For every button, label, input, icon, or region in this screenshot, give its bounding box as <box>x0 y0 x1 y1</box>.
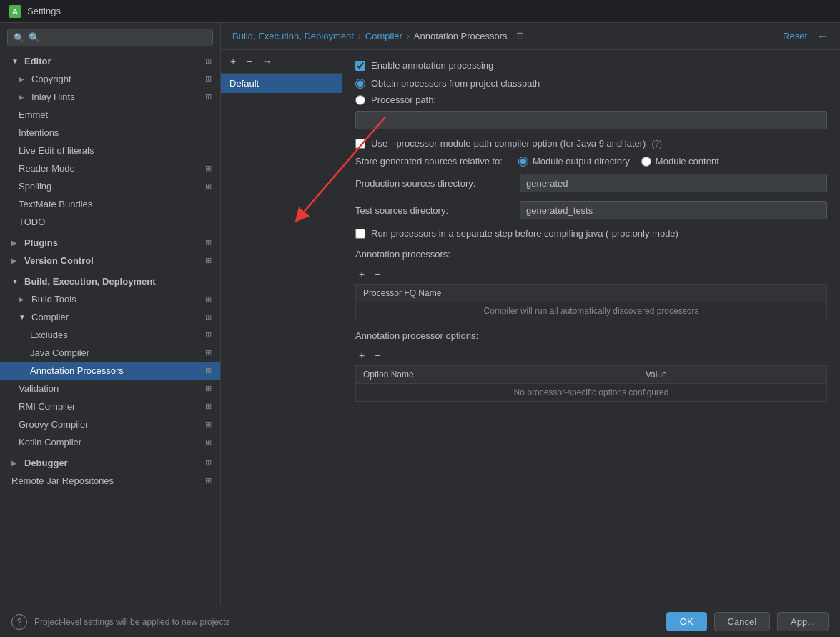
gear-icon-rmi-compiler: ⊞ <box>203 402 213 412</box>
sidebar-item-spelling[interactable]: Spelling ⊞ <box>0 177 220 195</box>
gear-icon-vc: ⊞ <box>203 256 213 266</box>
profile-toolbar: + − → <box>221 50 342 74</box>
reset-button[interactable]: Reset <box>783 31 807 41</box>
sidebar-section-plugins-label: Plugins <box>24 237 58 248</box>
test-sources-input[interactable] <box>520 201 827 219</box>
sidebar-item-label-build-tools: Build Tools <box>31 294 76 305</box>
ok-button[interactable]: OK <box>666 612 707 631</box>
annotation-processors-table: Processor FQ Name Compiler will run all … <box>355 284 827 320</box>
add-processor-button[interactable]: + <box>355 267 368 281</box>
sidebar-section-debugger[interactable]: ▶ Debugger ⊞ <box>0 454 220 472</box>
test-sources-group: Test sources directory: <box>355 201 827 219</box>
cancel-button[interactable]: Cancel <box>714 612 770 631</box>
search-box[interactable]: 🔍 <box>7 29 213 46</box>
sidebar-item-label-kotlin-compiler: Kotlin Compiler <box>19 437 81 448</box>
sidebar-item-reader-mode[interactable]: Reader Mode ⊞ <box>0 159 220 177</box>
search-input[interactable] <box>29 32 207 43</box>
help-icon-module-path: (?) <box>651 139 662 149</box>
expand-arrow-copyright: ▶ <box>19 75 27 83</box>
remove-processor-button[interactable]: − <box>371 267 384 281</box>
sidebar-content: ▼ Editor ⊞ ▶ Copyright ⊞ ▶ Inlay Hints ⊞… <box>0 52 220 606</box>
profile-item-default[interactable]: Default <box>221 74 342 93</box>
profile-label-default: Default <box>229 78 259 89</box>
sidebar-item-intentions[interactable]: Intentions <box>0 124 220 142</box>
sidebar-item-todo[interactable]: TODO <box>0 213 220 231</box>
module-output-label[interactable]: Module output directory <box>533 156 630 167</box>
sidebar-section-build[interactable]: ▼ Build, Execution, Deployment <box>0 272 220 290</box>
breadcrumb-build[interactable]: Build, Execution, Deployment <box>232 31 354 41</box>
search-icon: 🔍 <box>14 33 24 43</box>
add-profile-button[interactable]: + <box>227 54 239 69</box>
sidebar-item-textmate[interactable]: TextMate Bundles <box>0 195 220 213</box>
store-generated-label: Store generated sources relative to: <box>355 156 513 167</box>
processor-path-input[interactable] <box>355 111 827 129</box>
back-button[interactable]: ← <box>817 30 829 43</box>
move-profile-button[interactable]: → <box>258 54 275 69</box>
remove-option-button[interactable]: − <box>371 348 384 362</box>
sidebar-item-remote-jar[interactable]: Remote Jar Repositories ⊞ <box>0 472 220 490</box>
sidebar-item-java-compiler[interactable]: Java Compiler ⊞ <box>0 344 220 362</box>
sidebar-item-label-java-compiler: Java Compiler <box>30 347 89 358</box>
production-sources-group: Production sources directory: <box>355 174 827 192</box>
gear-icon-kotlin-compiler: ⊞ <box>203 438 213 448</box>
main-layout: 🔍 ▼ Editor ⊞ ▶ Copyright ⊞ ▶ Inlay Hints… <box>0 23 840 606</box>
use-module-path-row: Use --processor-module-path compiler opt… <box>355 138 827 149</box>
breadcrumb-compiler[interactable]: Compiler <box>365 31 402 41</box>
obtain-classpath-radio[interactable] <box>355 79 365 89</box>
processor-path-radio[interactable] <box>355 95 365 105</box>
profile-panel: + − → Default <box>221 50 342 606</box>
module-output-radio[interactable] <box>518 157 528 167</box>
production-sources-input[interactable] <box>520 174 827 192</box>
enable-annotation-checkbox[interactable] <box>355 61 365 71</box>
split-content: + − → Default Enable annotation processi… <box>221 50 840 606</box>
sidebar-section-editor-label: Editor <box>24 56 51 66</box>
remove-profile-button[interactable]: − <box>242 54 255 69</box>
gear-icon-groovy-compiler: ⊞ <box>203 420 213 430</box>
sidebar-section-editor[interactable]: ▼ Editor ⊞ <box>0 52 220 70</box>
add-option-button[interactable]: + <box>355 348 368 362</box>
settings-panel: Enable annotation processing Obtain proc… <box>342 50 840 606</box>
use-module-path-checkbox[interactable] <box>355 139 365 149</box>
use-module-path-label[interactable]: Use --processor-module-path compiler opt… <box>371 138 646 149</box>
sidebar-item-emmet[interactable]: Emmet <box>0 106 220 124</box>
store-generated-row: Store generated sources relative to: Mod… <box>355 156 827 167</box>
gear-icon-compiler: ⊞ <box>203 312 213 322</box>
gear-icon-copyright: ⊞ <box>203 74 213 84</box>
sidebar-item-build-tools[interactable]: ▶ Build Tools ⊞ <box>0 290 220 308</box>
processor-fq-header: Processor FQ Name <box>356 285 827 302</box>
processor-path-row: Processor path: <box>355 94 827 105</box>
sidebar-item-annotation-processors[interactable]: Annotation Processors ⊞ <box>0 362 220 380</box>
enable-annotation-label[interactable]: Enable annotation processing <box>371 60 493 71</box>
option-name-header: Option Name <box>356 366 638 384</box>
sidebar-item-validation[interactable]: Validation ⊞ <box>0 380 220 397</box>
sidebar-section-version-control[interactable]: ▶ Version Control ⊞ <box>0 252 220 270</box>
run-processors-label[interactable]: Run processors in a separate step before… <box>371 228 678 239</box>
title-bar: A Settings <box>0 0 840 23</box>
breadcrumb-menu-icon[interactable]: ☰ <box>516 31 524 41</box>
annotation-processors-toolbar: + − <box>355 264 827 284</box>
apply-button[interactable]: App... <box>777 612 829 631</box>
sidebar-section-vc-label: Version Control <box>24 255 94 266</box>
sidebar-item-kotlin-compiler[interactable]: Kotlin Compiler ⊞ <box>0 433 220 451</box>
processor-path-label[interactable]: Processor path: <box>371 94 436 105</box>
run-processors-checkbox[interactable] <box>355 229 365 239</box>
content-area: Build, Execution, Deployment › Compiler … <box>221 23 840 606</box>
sidebar-item-compiler[interactable]: ▼ Compiler ⊞ <box>0 308 220 326</box>
help-button[interactable]: ? <box>11 614 27 630</box>
obtain-classpath-label[interactable]: Obtain processors from project classpath <box>371 78 540 89</box>
sidebar-item-inlay-hints[interactable]: ▶ Inlay Hints ⊞ <box>0 88 220 106</box>
gear-icon-debugger: ⊞ <box>203 458 213 468</box>
sidebar-section-plugins[interactable]: ▶ Plugins ⊞ <box>0 234 220 252</box>
sidebar-item-label-groovy-compiler: Groovy Compiler <box>19 419 89 430</box>
module-content-label[interactable]: Module content <box>656 156 719 167</box>
module-content-radio[interactable] <box>641 157 651 167</box>
production-sources-label: Production sources directory: <box>355 178 513 189</box>
sidebar: 🔍 ▼ Editor ⊞ ▶ Copyright ⊞ ▶ Inlay Hints… <box>0 23 221 606</box>
sidebar-item-live-edit[interactable]: Live Edit of literals <box>0 142 220 159</box>
sidebar-item-copyright[interactable]: ▶ Copyright ⊞ <box>0 70 220 88</box>
value-header: Value <box>638 366 827 384</box>
sidebar-item-rmi-compiler[interactable]: RMI Compiler ⊞ <box>0 397 220 415</box>
sidebar-item-excludes[interactable]: Excludes ⊞ <box>0 326 220 344</box>
sidebar-item-groovy-compiler[interactable]: Groovy Compiler ⊞ <box>0 415 220 433</box>
no-options-msg: No processor-specific options configured <box>356 384 827 402</box>
